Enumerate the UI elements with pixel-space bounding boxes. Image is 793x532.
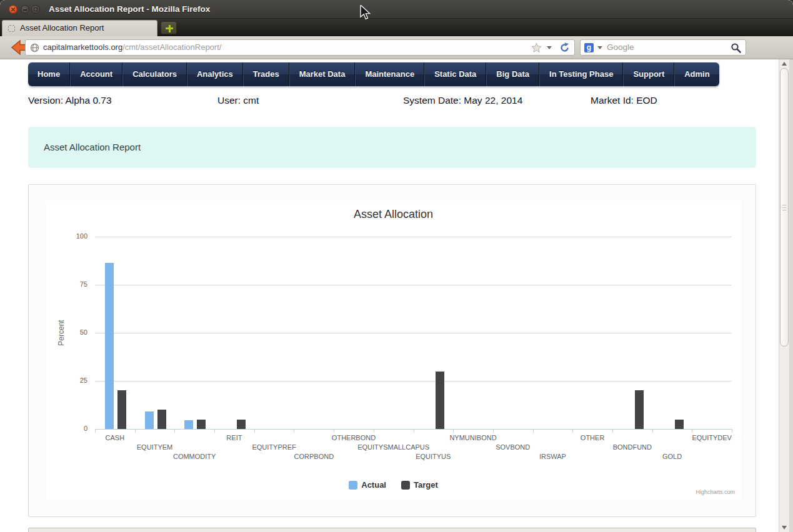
url-bar[interactable]: capitalmarkettools.org/cmt/assetAllocati… [25,39,575,56]
nav-tab-calculators[interactable]: Calculators [122,62,187,86]
x-axis-tick-11 [533,429,534,433]
x-axis-label-cash: CASH [62,434,168,441]
maximize-glyph [34,7,37,11]
nav-tab-big-data[interactable]: Big Data [486,62,539,86]
browser-window: Asset Allocation Report - Mozilla Firefo… [0,0,793,532]
y-axis-tick-label-75: 75 [49,280,87,288]
reload-icon[interactable] [559,42,571,56]
google-engine-icon[interactable]: g [584,43,594,52]
x-axis-tick-9 [453,429,454,433]
url-path: /cmt/assetAllocationReport/ [122,42,221,52]
legend-item-target[interactable]: Target [401,480,438,490]
y-axis-tick-label-50: 50 [49,328,87,336]
url-dropdown-icon[interactable] [547,46,552,49]
thumb-grip-3 [782,210,786,210]
x-axis-label-other: OTHER [539,434,646,441]
x-axis-label-corpbond: CORPBOND [261,453,367,460]
next-section-strip [28,528,756,532]
nav-tab-static-data[interactable]: Static Data [424,62,486,86]
search-engine-dropdown-icon[interactable] [597,46,602,49]
nav-tab-account[interactable]: Account [70,62,122,86]
version-label: Version: Alpha 0.73 [28,95,112,106]
x-axis-label-irswap: IRSWAP [499,453,606,460]
tab-title: Asset Allocation Report [20,21,104,36]
search-icon[interactable] [731,42,742,56]
x-axis-tick-2 [174,429,175,433]
legend-item-actual[interactable]: Actual [349,480,386,490]
window-right-edge [789,59,793,532]
report-heading: Asset Allocation Report [44,127,141,168]
y-axis-tick-label-25: 25 [49,377,87,384]
gridline-25 [95,381,732,382]
x-axis-label-reit: REIT [181,434,287,441]
gridline-100 [95,237,732,237]
gridline-50 [95,333,732,333]
nav-tab-support[interactable]: Support [623,62,674,86]
window-title: Asset Allocation Report - Mozilla Firefo… [49,0,210,19]
search-bar[interactable]: g Google [580,39,746,56]
close-icon[interactable] [9,5,17,14]
legend-label-target: Target [414,480,438,490]
system-date-label: System Date: May 22, 2014 [403,95,522,106]
bar-actual-cash[interactable] [105,263,114,429]
bar-target-bondfund[interactable] [635,390,644,429]
thumb-grip-2 [782,207,786,208]
tab-asset-allocation-report[interactable]: Asset Allocation Report [2,20,157,36]
bookmark-star-icon[interactable] [531,42,542,56]
scrollbar-thumb[interactable] [780,68,789,347]
new-tab-button[interactable] [161,21,177,34]
plus-icon-v [169,25,171,32]
highcharts-credits[interactable]: Highcharts.com [696,489,735,495]
navigation-toolbar: capitalmarkettools.org/cmt/assetAllocati… [0,36,793,59]
bar-target-equityem[interactable] [157,410,166,429]
nav-tab-trades[interactable]: Trades [243,62,289,86]
page-content: HomeAccountCalculatorsAnalyticsTradesMar… [0,59,793,532]
nav-tab-market-data[interactable]: Market Data [289,62,356,86]
x-axis-label-equitydev: EQUITYDEV [659,434,765,441]
nav-tab-home[interactable]: Home [28,62,70,86]
bar-target-cash[interactable] [117,390,126,429]
minimize-icon[interactable] [21,5,29,14]
nav-tab-in-testing-phase[interactable]: In Testing Phase [539,62,623,86]
maximize-icon[interactable] [31,5,40,14]
scroll-down-arrow [782,526,787,530]
legend-label-actual: Actual [361,480,386,490]
x-axis-label-commodity: COMMODITY [141,453,247,460]
x-axis-label-sovbond: SOVBOND [460,443,566,451]
bar-target-commodity[interactable] [197,420,206,429]
chart-card: Asset Allocation Percent ActualTarget Hi… [28,184,756,517]
x-axis-tick-8 [414,429,414,433]
y-axis-tick-label-0: 0 [49,425,87,432]
x-axis-tick-16 [732,429,732,433]
bar-target-reit[interactable] [237,420,246,429]
bar-actual-commodity[interactable] [184,420,193,429]
bar-target-equityus[interactable] [436,372,444,429]
bar-target-gold[interactable] [675,420,684,429]
x-axis-label-nymunibond: NYMUNIBOND [420,434,526,441]
user-label: User: cmt [217,95,259,106]
x-axis-tick-13 [612,429,613,433]
scroll-down-icon[interactable] [779,523,789,532]
bar-actual-equityem[interactable] [145,411,154,429]
x-axis-tick-0 [95,429,96,433]
market-id-label: Market Id: EOD [591,95,657,106]
chart-title: Asset Allocation [46,208,741,221]
nav-tab-analytics[interactable]: Analytics [187,62,243,86]
x-axis-label-equitypref: EQUITYPREF [221,443,327,451]
tab-strip: Asset Allocation Report [0,19,793,36]
report-heading-panel: Asset Allocation Report [28,127,756,168]
title-bar: Asset Allocation Report - Mozilla Firefo… [0,0,793,19]
scroll-up-arrow [782,62,787,66]
url-text: capitalmarkettools.org/cmt/assetAllocati… [43,40,221,55]
y-axis-tick-label-100: 100 [49,232,87,240]
page-scrollbar[interactable] [779,59,789,532]
gridline-75 [95,285,732,285]
x-axis-tick-14 [652,429,653,433]
x-axis-label-bondfund: BONDFUND [579,443,686,451]
x-axis-tick-15 [692,429,692,433]
legend-swatch-target [401,481,410,490]
site-nav: HomeAccountCalculatorsAnalyticsTradesMar… [28,62,719,86]
nav-tab-maintenance[interactable]: Maintenance [355,62,424,86]
nav-tab-admin[interactable]: Admin [674,62,719,86]
scroll-up-icon[interactable] [779,59,789,69]
